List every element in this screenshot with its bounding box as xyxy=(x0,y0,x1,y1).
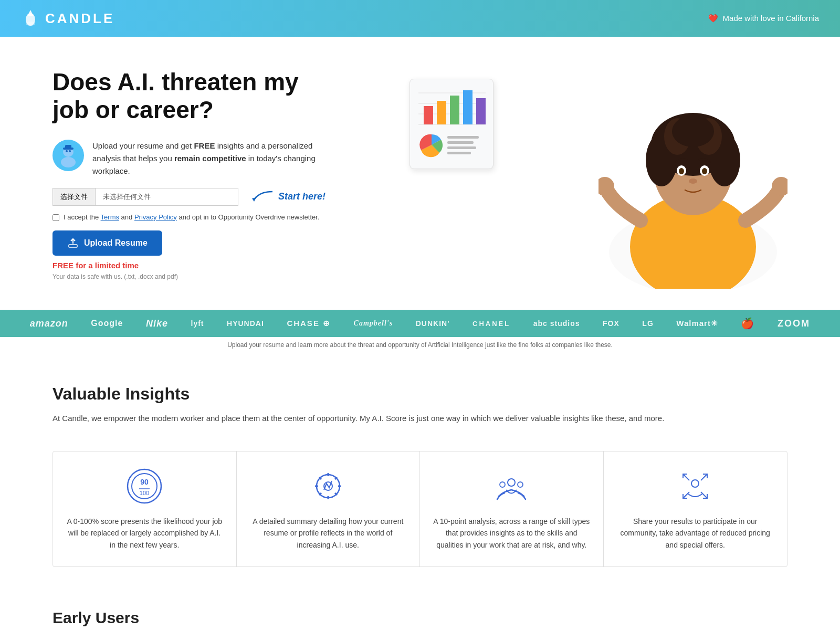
brand-fox: FOX xyxy=(603,319,620,328)
svg-text:90: 90 xyxy=(140,478,149,486)
svg-line-63 xyxy=(701,474,707,480)
svg-point-38 xyxy=(679,168,684,174)
file-upload-row: 选择文件 未选择任何文件 Start here! xyxy=(52,188,326,206)
file-choose-button[interactable]: 选择文件 xyxy=(52,188,95,206)
svg-point-60 xyxy=(518,482,523,487)
heart-icon: ❤️ xyxy=(708,14,718,23)
site-header: CANDLE ❤️ Made with love in California xyxy=(0,0,840,37)
svg-rect-10 xyxy=(69,245,77,247)
insights-section: Valuable Insights At Candle, we empower … xyxy=(0,353,840,598)
insights-title: Valuable Insights xyxy=(52,384,788,404)
svg-rect-16 xyxy=(424,106,433,124)
avatar-illustration xyxy=(55,142,81,169)
header-tagline: ❤️ Made with love in California xyxy=(708,14,819,23)
brand-campbells: Campbell's xyxy=(354,319,393,328)
svg-point-5 xyxy=(66,150,68,152)
free-label: FREE for a limited time xyxy=(52,261,326,270)
brand-google: Google xyxy=(91,319,123,328)
person-svg xyxy=(598,68,788,289)
svg-point-43 xyxy=(128,469,161,503)
svg-point-2 xyxy=(26,22,35,26)
logo-text: CANDLE xyxy=(45,10,114,27)
terms-text: I accept the Terms and Privacy Policy an… xyxy=(64,213,320,221)
hero-person-image xyxy=(588,68,798,289)
svg-line-62 xyxy=(683,474,689,480)
early-users-section: Early Users Early users of this FREE rep… xyxy=(0,598,840,630)
brand-hyundai: HYUNDAI xyxy=(227,319,264,328)
svg-rect-24 xyxy=(447,146,476,149)
insight-text-4: Share your results to participate in our… xyxy=(616,516,775,551)
start-here-label: Start here! xyxy=(278,191,326,202)
chart-illustration xyxy=(410,79,504,169)
svg-rect-20 xyxy=(476,98,486,124)
pie-chart-svg xyxy=(418,132,486,158)
candle-logo-icon xyxy=(21,9,40,28)
brand-nike: Nike xyxy=(146,318,168,329)
svg-point-39 xyxy=(702,168,707,174)
hero-description: Upload your resume and get FREE insights… xyxy=(92,140,326,177)
insight-card-2: A detailed summary detailing how your cu… xyxy=(237,452,421,566)
remain-competitive: remain competitive xyxy=(174,154,246,163)
brand-amazon: amazon xyxy=(30,318,68,329)
hero-title: Does A.I. threaten my job or career? xyxy=(52,68,326,124)
hero-section: Does A.I. threaten my job or career? Upl… xyxy=(0,37,840,310)
brands-bar: amazon Google Nike lyft HYUNDAI CHASE ⊕ … xyxy=(0,310,840,337)
insight-text-3: A 10-point analysis, across a range of s… xyxy=(433,516,591,551)
brand-lg: LG xyxy=(642,319,653,328)
svg-point-61 xyxy=(691,480,699,487)
svg-point-35 xyxy=(672,116,714,147)
terms-row: I accept the Terms and Privacy Policy an… xyxy=(52,213,326,221)
insight-text-1: A 0-100% score presents the likelihood y… xyxy=(66,516,224,551)
privacy-link[interactable]: Privacy Policy xyxy=(134,213,177,221)
insights-subtitle: At Candle, we empower the modern worker … xyxy=(52,412,788,425)
svg-point-6 xyxy=(69,150,71,152)
svg-rect-8 xyxy=(65,145,71,149)
svg-rect-17 xyxy=(437,101,446,124)
free-bold: FREE xyxy=(194,141,215,150)
brand-zoom: ZOOM xyxy=(778,318,810,329)
insight-card-4: Share your results to participate in our… xyxy=(604,452,788,566)
svg-rect-18 xyxy=(450,96,459,124)
brand-lyft: lyft xyxy=(191,319,204,328)
svg-line-64 xyxy=(683,492,689,498)
brand-apple: 🍎 xyxy=(741,317,754,330)
svg-rect-23 xyxy=(447,141,474,144)
upload-area: 选择文件 未选择任何文件 Start here! I accept the Te… xyxy=(52,188,326,280)
svg-rect-25 xyxy=(447,152,471,154)
svg-point-40 xyxy=(689,178,697,184)
hero-left-content: Does A.I. threaten my job or career? Upl… xyxy=(52,68,326,280)
terms-checkbox[interactable] xyxy=(52,214,59,221)
brand-chanel: CHANEL xyxy=(472,320,510,328)
svg-point-58 xyxy=(508,479,515,486)
svg-rect-22 xyxy=(447,136,479,139)
insights-grid: 90 100 A 0-100% score presents the likel… xyxy=(52,451,788,567)
svg-text:100: 100 xyxy=(140,490,149,496)
insight-card-1: 90 100 A 0-100% score presents the likel… xyxy=(53,452,237,566)
terms-link[interactable]: Terms xyxy=(101,213,119,221)
svg-point-59 xyxy=(500,482,505,487)
svg-rect-19 xyxy=(463,90,472,124)
score-icon: 90 100 xyxy=(125,467,163,505)
insight-text-2: A detailed summary detailing how your cu… xyxy=(249,516,407,551)
logo[interactable]: CANDLE xyxy=(21,9,114,28)
file-name-display: 未选择任何文件 xyxy=(95,188,238,206)
brand-dunkin: DUNKIN' xyxy=(416,319,450,328)
svg-point-4 xyxy=(61,157,76,167)
data-safe-text: Your data is safe with us. (.txt, .docx … xyxy=(52,273,326,280)
skills-icon xyxy=(492,467,530,505)
brand-walmart: Walmart✳ xyxy=(676,319,718,328)
upload-icon xyxy=(67,237,79,249)
upload-resume-button[interactable]: Upload Resume xyxy=(52,230,162,256)
arrow-icon xyxy=(249,189,275,205)
svg-marker-9 xyxy=(252,197,256,202)
brands-caption: Upload your resume and learn more about … xyxy=(0,337,840,353)
analysis-icon xyxy=(309,467,347,505)
bar-chart-svg xyxy=(418,88,486,130)
early-users-title: Early Users xyxy=(52,609,788,627)
share-icon xyxy=(676,467,714,505)
brand-abc: abc studios xyxy=(533,319,580,328)
brand-chase: CHASE ⊕ xyxy=(287,319,331,328)
chart-card xyxy=(410,79,494,169)
insight-card-3: A 10-point analysis, across a range of s… xyxy=(420,452,604,566)
svg-line-65 xyxy=(701,492,707,498)
